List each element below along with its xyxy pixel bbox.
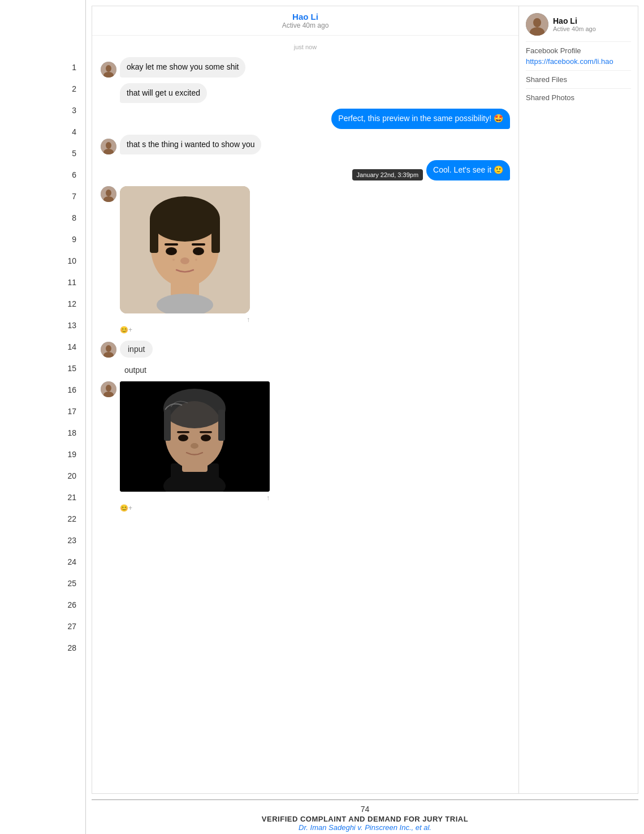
- message-row: Cool. Let's see it 🙂 January 22nd, 3:39p…: [101, 160, 510, 180]
- share-icon[interactable]: ↑: [247, 316, 250, 324]
- avatar-image: [101, 186, 116, 202]
- footer-title: VERIFIED COMPLAINT AND DEMAND FOR JURY T…: [92, 815, 638, 823]
- svg-point-4: [106, 142, 111, 149]
- chat-header-name: Hao Li: [98, 12, 513, 22]
- sidebar-avatar: [526, 13, 548, 36]
- footer-subtitle: Dr. Iman Sadeghi v. Pinscreen Inc., et a…: [92, 823, 638, 832]
- line-13: 13: [0, 315, 85, 336]
- line-3: 3: [0, 100, 85, 121]
- line-11: 11: [0, 272, 85, 293]
- avatar: [101, 62, 116, 78]
- line-6: 6: [0, 164, 85, 186]
- sidebar-profile-info: Hao Li Active 40m ago: [553, 16, 596, 32]
- svg-rect-14: [150, 219, 158, 253]
- svg-rect-19: [192, 243, 205, 246]
- line-1: 1: [0, 57, 85, 78]
- sidebar-status: Active 40m ago: [553, 25, 596, 32]
- output-label: output: [124, 366, 510, 375]
- line-9: 9: [0, 229, 85, 250]
- share-icon-2[interactable]: ↑: [266, 494, 270, 502]
- shared-files-label: Shared Files: [526, 75, 631, 84]
- line-15: 15: [0, 358, 85, 379]
- emoji-react-button-2[interactable]: 😊+: [120, 504, 132, 512]
- line-25: 25: [0, 573, 85, 594]
- timestamp-top: just now: [101, 44, 510, 50]
- svg-rect-35: [164, 410, 171, 441]
- line-17: 17: [0, 401, 85, 422]
- page-footer: 74 VERIFIED COMPLAINT AND DEMAND FOR JUR…: [92, 799, 638, 834]
- svg-point-41: [191, 443, 198, 449]
- main-content: Hao Li Active 40m ago just now: [86, 0, 644, 834]
- svg-point-34: [163, 389, 226, 428]
- sidebar-profile-row: Hao Li Active 40m ago: [526, 13, 631, 36]
- output-image-row: ↑ 😊+: [101, 381, 510, 512]
- line-23: 23: [0, 530, 85, 551]
- avatar-image: [101, 342, 116, 358]
- line-12: 12: [0, 293, 85, 315]
- chat-header: Hao Li Active 40m ago: [92, 6, 518, 36]
- svg-rect-18: [165, 243, 178, 246]
- line-19: 19: [0, 444, 85, 465]
- face-svg: [120, 186, 250, 313]
- svg-point-24: [106, 345, 111, 352]
- line-20: 20: [0, 465, 85, 487]
- line-2: 2: [0, 78, 85, 100]
- svg-rect-15: [211, 219, 220, 253]
- messenger-container: Hao Li Active 40m ago just now: [92, 6, 638, 794]
- svg-rect-36: [218, 410, 225, 441]
- line-10: 10: [0, 250, 85, 272]
- page-number: 74: [92, 805, 638, 814]
- avatar-image: [101, 139, 116, 154]
- line-24: 24: [0, 551, 85, 573]
- facebook-profile-label: Facebook Profile: [526, 46, 631, 55]
- timestamp-tooltip: January 22nd, 3:39pm: [352, 169, 423, 180]
- svg-rect-39: [177, 431, 189, 433]
- svg-point-27: [106, 385, 111, 392]
- label-message-row: input: [101, 341, 510, 358]
- page-container: 1 2 3 4 5 6 7 8 9 10 11 12 13 14 15 16 1…: [0, 0, 644, 834]
- line-5: 5: [0, 143, 85, 164]
- svg-point-17: [193, 247, 204, 255]
- line-26: 26: [0, 594, 85, 616]
- line-numbers: 1 2 3 4 5 6 7 8 9 10 11 12 13 14 15 16 1…: [0, 0, 86, 834]
- message-row: okay let me show you some shit: [101, 57, 510, 78]
- svg-point-38: [201, 435, 211, 441]
- image-message-row: ↑ 😊+: [101, 186, 510, 334]
- line-8: 8: [0, 207, 85, 229]
- sidebar-panel: Hao Li Active 40m ago Facebook Profile h…: [519, 6, 638, 793]
- message-bubble: that will get u excited: [120, 83, 207, 104]
- facebook-link[interactable]: https://facebook.com/li.hao: [526, 57, 613, 66]
- avatar: [101, 342, 116, 358]
- line-21: 21: [0, 487, 85, 508]
- sidebar-divider-1: [526, 41, 631, 42]
- svg-point-21: [172, 259, 175, 261]
- emoji-react-button[interactable]: 😊+: [120, 326, 132, 334]
- messages-area[interactable]: just now okay let me show you some shit: [92, 36, 518, 793]
- line-4: 4: [0, 121, 85, 143]
- avatar-image: [101, 381, 116, 397]
- svg-point-37: [178, 435, 188, 441]
- line-7: 7: [0, 186, 85, 207]
- message-row: that will get u excited: [101, 83, 510, 104]
- message-bubble: okay let me show you some shit: [120, 57, 245, 78]
- sidebar-divider-2: [526, 70, 631, 71]
- line-28: 28: [0, 637, 85, 659]
- svg-point-13: [150, 196, 220, 242]
- output-face-image: [120, 381, 270, 492]
- chat-header-status: Active 40m ago: [98, 22, 513, 29]
- svg-point-20: [180, 257, 189, 264]
- line-22: 22: [0, 508, 85, 530]
- svg-point-43: [533, 18, 541, 27]
- avatar: [101, 139, 116, 154]
- message-bubble: that s the thing i wanted to show you: [120, 135, 261, 155]
- chat-panel: Hao Li Active 40m ago just now: [92, 6, 519, 793]
- sidebar-avatar-image: [526, 13, 548, 36]
- message-row: Perfect, this preview in the same possib…: [101, 109, 510, 129]
- shared-photos-label: Shared Photos: [526, 93, 631, 102]
- message-row: that s the thing i wanted to show you: [101, 135, 510, 155]
- svg-point-16: [166, 247, 177, 255]
- message-bubble: Cool. Let's see it 🙂: [426, 160, 510, 180]
- svg-point-1: [106, 65, 111, 72]
- svg-rect-40: [200, 431, 212, 433]
- avatar: [101, 381, 116, 397]
